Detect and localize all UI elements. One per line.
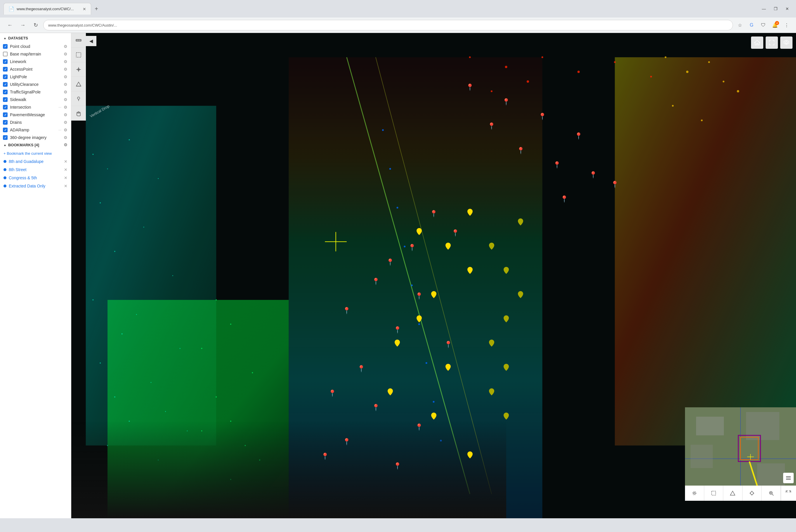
dataset-label-drains: Drains: [10, 120, 61, 125]
mini-map-expand-button[interactable]: [781, 486, 796, 501]
bookmark-close-bm-8th-guadalupe[interactable]: ✕: [64, 159, 68, 164]
bookmark-name-bm-8th-street[interactable]: 8th Street: [9, 167, 62, 172]
dataset-settings-imagery-360[interactable]: ⚙: [64, 135, 68, 140]
dataset-settings-access-point[interactable]: ⚙: [64, 67, 68, 72]
terrain-tool-button[interactable]: [71, 77, 86, 91]
dataset-checkbox-light-pole[interactable]: ✓: [3, 74, 7, 79]
bookmarks-caret[interactable]: ▲: [3, 144, 6, 147]
dataset-settings-linework[interactable]: ⚙: [64, 59, 68, 64]
dataset-checkbox-point-cloud[interactable]: ✓: [3, 44, 7, 49]
dataset-item-linework[interactable]: ✓Linework⚙: [0, 58, 71, 65]
pan-tool-button[interactable]: [71, 106, 86, 120]
dataset-item-light-pole[interactable]: ✓LightPole⚙: [0, 73, 71, 81]
svg-point-14: [92, 299, 93, 301]
dataset-checkbox-imagery-360[interactable]: ✓: [3, 135, 7, 140]
datasets-caret[interactable]: ▲: [3, 37, 6, 40]
dataset-settings-utility-clearance[interactable]: ⚙: [64, 82, 68, 87]
dataset-checkbox-drains[interactable]: ✓: [3, 120, 7, 125]
cross-section-tool-button[interactable]: [71, 62, 86, 77]
dataset-settings-sidewalk[interactable]: ⚙: [64, 97, 68, 102]
notification-button[interactable]: 🔔 4: [770, 20, 780, 30]
mini-map-select-button[interactable]: [704, 486, 724, 501]
svg-rect-93: [786, 476, 791, 477]
bookmark-name-bm-8th-guadalupe[interactable]: 8th and Guadalupe: [9, 159, 62, 164]
dataset-settings-pavement-msg[interactable]: ⚙: [64, 112, 68, 117]
measure-tool-button[interactable]: [71, 33, 86, 48]
dataset-label-imagery-360: 360-degree imagery: [10, 135, 61, 140]
dataset-label-utility-clearance: UtilityClearance: [10, 82, 61, 87]
mini-map-terrain-button[interactable]: [723, 486, 743, 501]
dataset-checkbox-traffic-signal[interactable]: ✓: [3, 90, 7, 94]
tab-close-button[interactable]: ✕: [83, 7, 86, 12]
mini-map-zoom-button[interactable]: [761, 486, 781, 501]
select-box-tool-button[interactable]: [71, 48, 86, 62]
dataset-checkbox-access-point[interactable]: ✓: [3, 67, 7, 72]
dataset-checkbox-ada-ramp[interactable]: ✓: [3, 128, 7, 132]
bookmark-item-bm-congress-5th[interactable]: Congress & 5th✕: [0, 174, 71, 182]
bookmark-close-bm-extracted-data[interactable]: ✕: [64, 184, 68, 188]
bookmark-close-bm-congress-5th[interactable]: ✕: [64, 175, 68, 180]
dataset-checkbox-base-map[interactable]: [3, 52, 7, 56]
bookmark-item-bm-8th-guadalupe[interactable]: 8th and Guadalupe✕: [0, 157, 71, 166]
dataset-checkbox-intersection[interactable]: ✓: [3, 105, 7, 110]
expand-icon: [785, 490, 791, 496]
dataset-item-base-map[interactable]: Base map/terrain⚙: [0, 50, 71, 58]
dataset-item-access-point[interactable]: ✓AccessPoint⚙: [0, 65, 71, 73]
dataset-item-point-cloud[interactable]: ✓Point cloud⚙: [0, 43, 71, 50]
svg-point-20: [114, 397, 115, 398]
chrome-icon-button[interactable]: G: [747, 20, 756, 30]
dataset-settings-base-map[interactable]: ⚙: [64, 52, 68, 56]
window-minimize-button[interactable]: —: [759, 3, 769, 14]
dataset-checkbox-linework[interactable]: ✓: [3, 59, 7, 64]
window-restore-button[interactable]: ❐: [770, 3, 781, 14]
bookmark-item-bm-extracted-data[interactable]: Extracted Data Only✕: [0, 182, 71, 190]
dataset-item-pavement-msg[interactable]: ✓PavementMessage⚙: [0, 111, 71, 118]
mini-terrain-icon: [730, 490, 736, 496]
dataset-settings-ada-ramp[interactable]: ⚙: [64, 128, 68, 132]
address-input[interactable]: [43, 20, 733, 31]
bookmark-color-bm-8th-guadalupe: [3, 160, 6, 163]
bookmark-name-bm-congress-5th[interactable]: Congress & 5th: [9, 175, 62, 180]
mini-map-layers-button[interactable]: [783, 473, 794, 483]
window-close-button[interactable]: ✕: [782, 3, 793, 14]
forward-button[interactable]: →: [18, 20, 28, 31]
back-arrow-button[interactable]: ◀: [86, 36, 96, 46]
dataset-item-imagery-360[interactable]: ✓360-degree imagery⚙: [0, 134, 71, 141]
dataset-checkbox-pavement-msg[interactable]: ✓: [3, 112, 7, 117]
fullscreen-button[interactable]: [766, 37, 778, 49]
bookmark-star-button[interactable]: ☆: [735, 20, 745, 30]
bookmark-item-bm-8th-street[interactable]: 8th Street✕: [0, 166, 71, 174]
bookmarks-settings-icon[interactable]: ⚙: [64, 142, 68, 147]
shield-icon-button[interactable]: 🛡: [759, 20, 768, 30]
map-container: 📍📍📍📍📍📍📍📍📍📍📍📍📍📍📍📍📍📍📍📍📍📍📍📍📍📍 ◀: [71, 33, 796, 518]
dataset-settings-intersection[interactable]: ⚙: [64, 105, 68, 110]
new-tab-button[interactable]: +: [91, 3, 101, 14]
dataset-checkbox-sidewalk[interactable]: ✓: [3, 97, 7, 102]
mini-map-location-button[interactable]: [743, 486, 762, 501]
map-settings-button[interactable]: [780, 37, 793, 49]
mini-map-settings-button[interactable]: [685, 486, 704, 501]
dataset-label-sidewalk: Sidewalk: [10, 97, 61, 102]
home-view-button[interactable]: [751, 37, 763, 49]
dataset-item-sidewalk[interactable]: ✓Sidewalk⚙: [0, 96, 71, 103]
dataset-item-traffic-signal[interactable]: ✓TrafficSignalPole⚙: [0, 88, 71, 96]
svg-point-38: [382, 129, 384, 131]
back-button[interactable]: ←: [5, 20, 15, 31]
bookmark-close-bm-8th-street[interactable]: ✕: [64, 167, 68, 172]
svg-rect-70: [76, 53, 81, 57]
pin-tool-button[interactable]: [71, 91, 86, 106]
bookmark-name-bm-extracted-data[interactable]: Extracted Data Only: [9, 184, 62, 188]
dataset-settings-light-pole[interactable]: ⚙: [64, 74, 68, 79]
dataset-item-drains[interactable]: ✓Drains⚙: [0, 118, 71, 126]
dataset-settings-drains[interactable]: ⚙: [64, 120, 68, 125]
add-bookmark-button[interactable]: + Bookmark the current view: [0, 150, 71, 157]
dataset-settings-traffic-signal[interactable]: ⚙: [64, 90, 68, 94]
menu-button[interactable]: ⋮: [782, 20, 791, 30]
refresh-button[interactable]: ↻: [30, 20, 41, 31]
dataset-item-utility-clearance[interactable]: ✓UtilityClearance⚙: [0, 81, 71, 88]
dataset-checkbox-utility-clearance[interactable]: ✓: [3, 82, 7, 87]
dataset-settings-point-cloud[interactable]: ⚙: [64, 44, 68, 49]
browser-tab[interactable]: 📄 www.thegeosanalyst.com/CWC/... ✕: [3, 3, 91, 15]
dataset-item-ada-ramp[interactable]: ✓ADARamp···⚙: [0, 126, 71, 134]
dataset-item-intersection[interactable]: ✓Intersection···⚙: [0, 103, 71, 111]
